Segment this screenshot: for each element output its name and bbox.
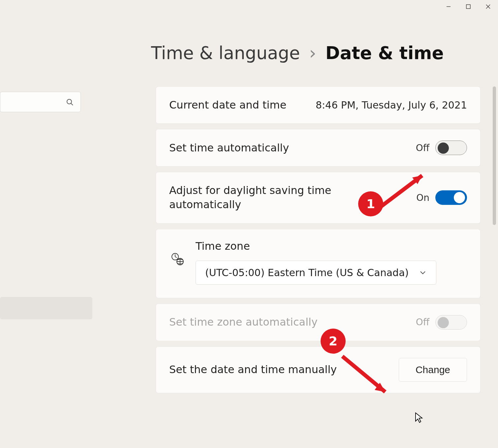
- card-timezone: Time zone (UTC-05:00) Eastern Time (US &…: [156, 229, 481, 298]
- breadcrumb-parent[interactable]: Time & language: [151, 43, 300, 63]
- toggle-knob: [454, 192, 465, 203]
- auto-time-toggle[interactable]: [435, 141, 467, 155]
- annotation-badge-2: 2: [321, 329, 346, 354]
- timezone-value: (UTC-05:00) Eastern Time (US & Canada): [205, 267, 409, 278]
- toggle-knob: [438, 317, 449, 328]
- breadcrumb: Time & language › Date & time: [151, 43, 444, 63]
- maximize-icon: [466, 4, 471, 9]
- current-datetime-value: 8:46 PM, Tuesday, July 6, 2021: [316, 99, 467, 111]
- svg-line-5: [71, 103, 73, 105]
- card-current-datetime: Current date and time 8:46 PM, Tuesday, …: [156, 86, 481, 124]
- scrollbar-thumb[interactable]: [493, 86, 496, 225]
- svg-line-8: [175, 257, 177, 258]
- timezone-icon: [169, 252, 186, 266]
- annotation-badge-1: 1: [358, 191, 383, 216]
- sidebar-selected-item[interactable]: [0, 297, 92, 319]
- maximize-button[interactable]: [458, 0, 478, 13]
- card-manual-datetime: Set the date and time manually Change: [156, 346, 481, 393]
- minimize-icon: [446, 4, 451, 9]
- scrollbar[interactable]: [493, 86, 496, 423]
- close-button[interactable]: [478, 0, 498, 13]
- auto-timezone-state: Off: [416, 317, 429, 328]
- mouse-cursor: [415, 412, 424, 424]
- minimize-button[interactable]: [439, 0, 458, 13]
- svg-point-4: [67, 99, 72, 104]
- auto-timezone-toggle: [435, 315, 467, 330]
- auto-timezone-label: Set time zone automatically: [169, 315, 406, 329]
- breadcrumb-current: Date & time: [326, 43, 444, 63]
- annotation-arrow-1: [373, 165, 439, 218]
- auto-time-state: Off: [416, 143, 429, 153]
- card-auto-time: Set time automatically Off: [156, 129, 481, 167]
- toggle-knob: [438, 143, 449, 154]
- breadcrumb-separator: ›: [309, 43, 316, 63]
- close-icon: [485, 4, 491, 9]
- settings-list: Current date and time 8:46 PM, Tuesday, …: [156, 86, 481, 393]
- card-auto-timezone: Set time zone automatically Off: [156, 304, 481, 341]
- search-input[interactable]: [0, 92, 81, 112]
- window-titlebar: [0, 0, 498, 16]
- auto-time-label: Set time automatically: [169, 141, 406, 155]
- timezone-label: Time zone: [196, 239, 467, 253]
- current-datetime-label: Current date and time: [169, 98, 306, 112]
- svg-rect-1: [466, 5, 470, 9]
- chevron-down-icon: [419, 269, 427, 276]
- annotation-arrow-2: [336, 350, 402, 402]
- change-button[interactable]: Change: [399, 358, 467, 382]
- dst-toggle[interactable]: [435, 190, 467, 205]
- timezone-select[interactable]: (UTC-05:00) Eastern Time (US & Canada): [196, 261, 436, 285]
- search-icon: [66, 98, 73, 106]
